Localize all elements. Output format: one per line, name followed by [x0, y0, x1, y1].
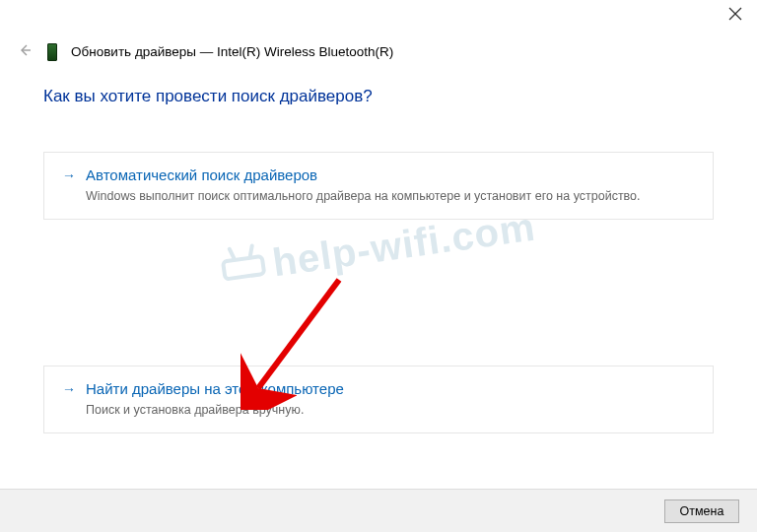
back-button[interactable]	[16, 41, 34, 62]
cancel-button[interactable]: Отмена	[664, 499, 739, 523]
option-title: Найти драйверы на этом компьютере	[86, 380, 344, 397]
wizard-content: Как вы хотите провести поиск драйверов? …	[43, 87, 714, 433]
option-spacer	[43, 220, 714, 366]
close-icon	[727, 6, 743, 22]
option-description: Поиск и установка драйвера вручную.	[86, 403, 695, 417]
title-bar: Обновить драйверы — Intel(R) Wireless Bl…	[16, 41, 741, 62]
back-arrow-icon	[18, 43, 32, 57]
option-description: Windows выполнит поиск оптимального драй…	[86, 189, 695, 203]
arrow-right-icon: →	[62, 382, 76, 396]
wizard-heading: Как вы хотите провести поиск драйверов?	[43, 87, 714, 106]
device-icon	[47, 43, 57, 61]
window-title: Обновить драйверы — Intel(R) Wireless Bl…	[71, 44, 393, 59]
driver-update-wizard: Обновить драйверы — Intel(R) Wireless Bl…	[0, 0, 757, 532]
arrow-right-icon: →	[62, 168, 76, 182]
close-button[interactable]	[727, 6, 743, 22]
option-browse-computer[interactable]: → Найти драйверы на этом компьютере Поис…	[43, 366, 714, 433]
option-title: Автоматический поиск драйверов	[86, 166, 317, 183]
bottom-bar: Отмена	[0, 489, 757, 532]
option-auto-search[interactable]: → Автоматический поиск драйверов Windows…	[43, 152, 714, 220]
